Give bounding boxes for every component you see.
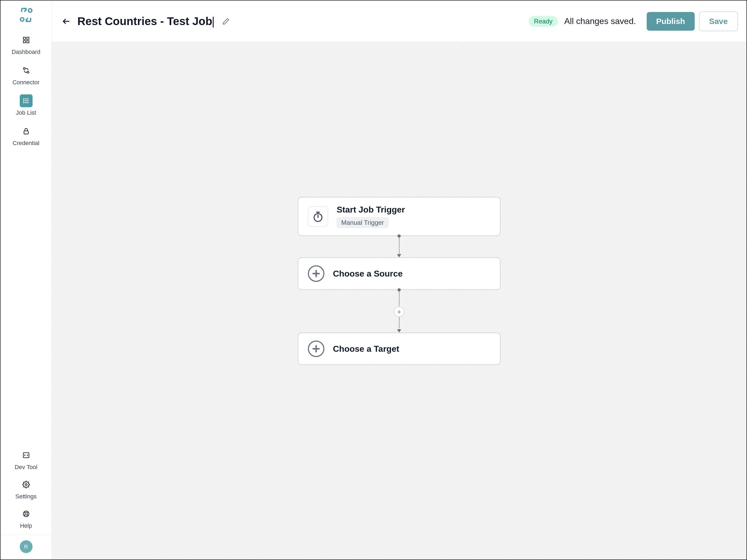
connector-icon	[20, 64, 32, 77]
svg-line-22	[27, 515, 28, 516]
job-title[interactable]: Rest Countries - Test Job|	[77, 15, 215, 28]
svg-rect-5	[27, 41, 29, 43]
node-title: Choose a Source	[333, 269, 403, 279]
edit-title-button[interactable]	[221, 17, 231, 26]
user-avatar[interactable]: R	[20, 540, 32, 553]
main: Rest Countries - Test Job| Ready All cha…	[52, 1, 746, 559]
flow-connector	[397, 236, 401, 257]
node-body: Start Job Trigger Manual Trigger	[337, 205, 405, 228]
flow-node-target[interactable]: Choose a Target	[298, 332, 500, 365]
connector-dot-icon	[397, 234, 401, 238]
svg-line-21	[24, 515, 25, 516]
flow-node-source[interactable]: Choose a Source	[298, 257, 500, 290]
plus-circle-icon	[308, 265, 325, 282]
sidebar-item-credential[interactable]: Credential	[1, 125, 51, 146]
node-title: Start Job Trigger	[337, 205, 405, 215]
arrow-left-icon	[62, 17, 71, 26]
svg-line-19	[24, 512, 25, 513]
nav-primary: Dashboard Connector Job List	[1, 34, 51, 146]
svg-point-1	[20, 18, 24, 21]
nav-secondary: Dev Tool Settings Help	[1, 449, 51, 529]
sidebar-item-label: Dev Tool	[15, 464, 37, 471]
svg-point-11	[23, 99, 24, 99]
svg-point-12	[23, 101, 24, 101]
dashboard-icon	[20, 34, 32, 46]
arrow-down-icon	[397, 329, 401, 332]
sidebar-item-dev-tool[interactable]: Dev Tool	[1, 449, 51, 471]
svg-point-18	[25, 512, 27, 515]
node-body: Choose a Source	[333, 269, 403, 279]
back-button[interactable]	[60, 16, 72, 27]
arrow-down-icon	[397, 254, 401, 257]
flow: Start Job Trigger Manual Trigger Choose …	[298, 197, 500, 365]
svg-rect-2	[23, 37, 25, 39]
sidebar-item-label: Connector	[12, 79, 40, 86]
svg-point-0	[28, 9, 32, 12]
title-cursor: |	[212, 15, 215, 28]
gear-icon	[20, 478, 32, 491]
sidebar-divider	[1, 535, 51, 535]
flow-node-trigger[interactable]: Start Job Trigger Manual Trigger	[298, 197, 500, 236]
flow-canvas[interactable]: Start Job Trigger Manual Trigger Choose …	[52, 42, 746, 559]
node-tag: Manual Trigger	[337, 217, 388, 228]
sidebar-item-label: Credential	[12, 140, 39, 146]
svg-rect-4	[23, 41, 25, 43]
node-body: Choose a Target	[333, 344, 399, 354]
add-step-button[interactable]: +	[394, 306, 405, 317]
lock-icon	[20, 125, 32, 138]
svg-point-13	[23, 102, 24, 103]
app-logo	[18, 7, 34, 23]
save-button[interactable]: Save	[699, 11, 738, 31]
svg-point-16	[25, 484, 27, 486]
sidebar-item-help[interactable]: Help	[1, 507, 51, 529]
sidebar-item-label: Dashboard	[12, 49, 41, 55]
dev-tool-icon	[20, 449, 32, 461]
sidebar-item-job-list[interactable]: Job List	[1, 95, 51, 116]
save-status: All changes saved.	[564, 16, 636, 26]
sidebar-item-settings[interactable]: Settings	[1, 478, 51, 500]
connector-dot-icon	[397, 288, 401, 291]
topbar: Rest Countries - Test Job| Ready All cha…	[52, 1, 746, 42]
publish-button[interactable]: Publish	[647, 12, 695, 31]
job-list-icon	[20, 95, 32, 107]
sidebar-item-connector[interactable]: Connector	[1, 64, 51, 86]
help-icon	[20, 507, 32, 520]
sidebar-item-dashboard[interactable]: Dashboard	[1, 34, 51, 55]
sidebar-item-label: Help	[20, 523, 32, 529]
status-badge: Ready	[529, 16, 558, 27]
job-title-text: Rest Countries - Test Job	[77, 15, 212, 28]
flow-connector: +	[397, 290, 401, 332]
pencil-icon	[222, 18, 230, 25]
stopwatch-icon	[308, 206, 328, 227]
plus-circle-icon	[308, 341, 325, 357]
svg-rect-14	[24, 131, 28, 134]
sidebar-item-label: Settings	[16, 493, 37, 500]
node-title: Choose a Target	[333, 344, 399, 354]
svg-line-20	[27, 512, 28, 513]
sidebar-item-label: Job List	[16, 109, 36, 116]
svg-rect-3	[27, 37, 29, 39]
sidebar: Dashboard Connector Job List	[1, 1, 52, 559]
